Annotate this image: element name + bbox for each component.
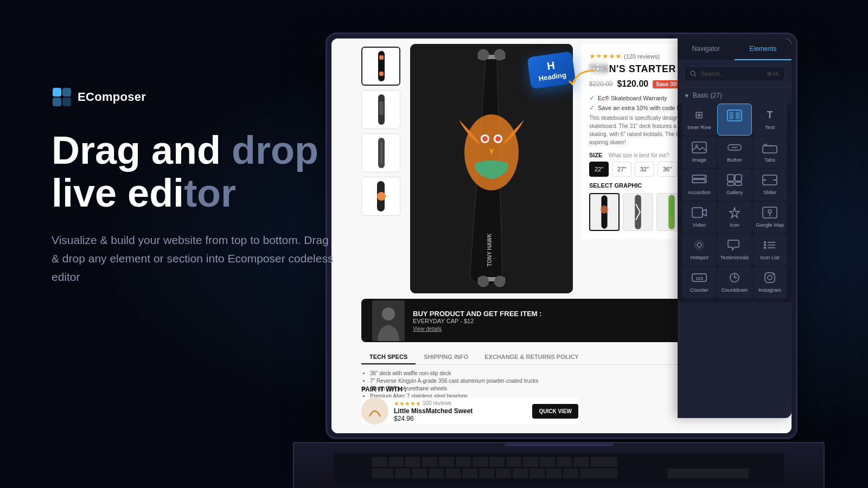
element-gallery[interactable]: Gallery: [717, 169, 752, 201]
svg-rect-52: [727, 175, 734, 181]
element-inner-row[interactable]: Inner Row: [682, 104, 717, 136]
svg-rect-80: [473, 457, 488, 467]
svg-rect-41: [692, 142, 706, 153]
tab-navigator[interactable]: Navigator: [678, 38, 735, 60]
quick-view-button[interactable]: QUICK VIEW: [532, 404, 578, 419]
thumb-item-3[interactable]: [361, 133, 400, 172]
keyboard-hinge: [505, 443, 613, 446]
svg-rect-40: [736, 112, 740, 119]
logo-text: EComposer: [78, 90, 146, 104]
size-btn-27[interactable]: 27": [612, 162, 631, 177]
graphic-board-2: [623, 194, 653, 230]
panel-search-area: Search... ⌘+K: [678, 61, 792, 87]
thumb-board-3: [367, 137, 394, 169]
graphic-board-1: [590, 194, 618, 230]
element-icon-list[interactable]: Icon List: [752, 234, 787, 266]
element-text[interactable]: Text: [752, 104, 787, 136]
svg-point-60: [697, 243, 701, 247]
element-column[interactable]: [717, 104, 752, 136]
thumb-item-1[interactable]: [361, 47, 400, 86]
svg-rect-94: [479, 468, 494, 478]
element-instagram[interactable]: Instagram: [752, 266, 787, 298]
element-tabs[interactable]: Tabs: [752, 136, 787, 168]
column-icon-svg: [727, 110, 742, 121]
accordion-icon: [692, 174, 707, 186]
size-btn-22[interactable]: 22": [589, 162, 609, 177]
icon-icon: [727, 207, 742, 219]
svg-rect-1: [62, 88, 71, 97]
svg-rect-84: [540, 457, 555, 467]
element-testimonials[interactable]: Testimonials: [717, 234, 752, 266]
hero-title-line1: Drag and drop: [52, 129, 334, 172]
size-btn-36[interactable]: 36": [658, 162, 677, 177]
element-accordion-label: Accordion: [688, 189, 711, 195]
pair-review-count: 100 reviews: [423, 400, 451, 407]
element-tabs-label: Tabs: [764, 157, 775, 163]
element-hotspot[interactable]: Hotspot: [682, 234, 717, 266]
svg-text:TONY HAWK: TONY HAWK: [487, 233, 493, 267]
hero-word-live: live edi: [52, 171, 184, 215]
tab-exchange-returns[interactable]: EXCHANGE & RETURNS POLICY: [476, 350, 587, 364]
svg-rect-88: [372, 468, 393, 478]
element-button-label: Button: [727, 157, 742, 163]
promo-person-svg: [372, 300, 405, 341]
search-box[interactable]: Search... ⌘+K: [684, 66, 785, 81]
review-count: (120 reviews): [624, 53, 660, 60]
pair-product-image: [361, 397, 388, 425]
size-btn-32[interactable]: 32": [635, 162, 654, 177]
promo-person-image: [372, 300, 405, 341]
tabs-icon-svg: [762, 142, 777, 153]
svg-rect-0: [53, 88, 61, 97]
thumb-board-4: [367, 180, 394, 213]
hero-title: Drag and drop live editor: [52, 129, 334, 215]
thumb-board-1: [367, 50, 394, 82]
svg-rect-91: [429, 468, 444, 478]
element-counter[interactable]: 123 Counter: [682, 266, 717, 298]
element-icon[interactable]: Icon: [717, 201, 752, 233]
svg-point-22: [494, 49, 505, 60]
element-accordion[interactable]: Accordion: [682, 169, 717, 201]
video-icon: [692, 207, 707, 219]
search-placeholder: Search...: [701, 70, 725, 77]
element-instagram-label: Instagram: [758, 287, 781, 293]
search-icon: [690, 70, 697, 77]
tab-tech-specs[interactable]: TECH SPECS: [361, 350, 416, 364]
svg-rect-82: [506, 457, 521, 467]
warranty-text: Ec® Skateboard Warranty: [598, 95, 667, 101]
element-image-label: Image: [692, 157, 706, 163]
svg-point-64: [764, 244, 766, 246]
svg-rect-90: [412, 468, 427, 478]
hero-description: Visualize & build your website from top …: [52, 231, 334, 286]
graphic-item-1[interactable]: [589, 193, 620, 231]
svg-rect-55: [735, 182, 742, 185]
tab-shipping-info[interactable]: SHIPPING INFO: [416, 350, 476, 364]
svg-point-73: [773, 274, 774, 275]
chevron-down-icon: ▼: [684, 93, 690, 99]
element-google-map[interactable]: Google Map: [752, 201, 787, 233]
slider-icon-svg: [762, 174, 777, 186]
graphic-item-2[interactable]: [623, 193, 653, 231]
thumb-item-2[interactable]: [361, 90, 400, 129]
elements-panel: Navigator Elements Search... ⌘+K ▼: [678, 38, 792, 418]
icon-icon-svg: [727, 207, 742, 219]
element-slider[interactable]: Slider: [752, 169, 787, 201]
element-button[interactable]: Button: [717, 136, 752, 168]
element-video[interactable]: Video: [682, 201, 717, 233]
svg-point-12: [377, 192, 386, 201]
element-countdown[interactable]: Countdown: [717, 266, 752, 298]
element-text-label: Text: [765, 124, 774, 130]
button-icon-svg: [727, 142, 742, 153]
svg-rect-96: [513, 468, 528, 478]
svg-point-61: [695, 241, 704, 249]
thumb-item-4[interactable]: [361, 177, 400, 216]
size-guide: What size is best for me?: [609, 152, 669, 158]
svg-rect-3: [62, 98, 71, 106]
tab-elements[interactable]: Elements: [735, 38, 792, 60]
svg-rect-89: [395, 468, 410, 478]
element-video-label: Video: [693, 222, 706, 228]
svg-rect-86: [573, 457, 589, 467]
svg-rect-98: [546, 468, 561, 478]
hero-section: EComposer Drag and drop live editor Visu…: [52, 87, 334, 286]
element-image[interactable]: Image: [682, 136, 717, 168]
svg-rect-47: [769, 145, 772, 146]
